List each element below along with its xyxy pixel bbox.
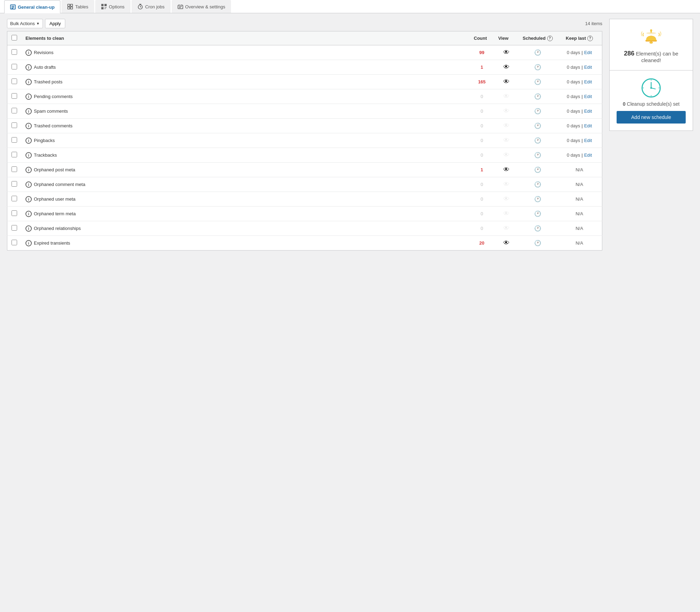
info-icon[interactable]: i bbox=[25, 167, 32, 173]
scheduled-cell: 🕐 bbox=[519, 163, 557, 177]
eye-inactive-icon[interactable]: 👁 bbox=[503, 181, 509, 188]
edit-link[interactable]: Edit bbox=[584, 109, 592, 114]
eye-active-icon[interactable]: 👁 bbox=[503, 78, 509, 85]
svg-rect-13 bbox=[102, 8, 103, 9]
edit-link[interactable]: Edit bbox=[584, 50, 592, 55]
info-icon[interactable]: i bbox=[25, 211, 32, 217]
edit-link[interactable]: Edit bbox=[584, 138, 592, 143]
scheduled-cell: 🕐 bbox=[519, 221, 557, 236]
tab-general-cleanup[interactable]: General clean-up bbox=[4, 0, 60, 13]
element-name: i Expired transients bbox=[25, 240, 466, 246]
toolbar: Bulk Actions ▼ Apply 14 items bbox=[7, 19, 602, 28]
count-value: 0 bbox=[481, 152, 483, 158]
eye-inactive-icon[interactable]: 👁 bbox=[503, 93, 509, 100]
element-name-cell: i Expired transients bbox=[21, 236, 470, 251]
keep-last-help-icon[interactable]: ? bbox=[587, 36, 593, 41]
apply-button[interactable]: Apply bbox=[45, 19, 66, 28]
keep-last-cell: N/A bbox=[557, 177, 602, 192]
schedule-clock-icon: 🕐 bbox=[534, 167, 541, 173]
info-icon[interactable]: i bbox=[25, 64, 32, 70]
bulk-actions-label: Bulk Actions bbox=[10, 21, 35, 26]
keep-last-value: 0 days | Edit bbox=[561, 152, 598, 158]
eye-inactive-icon[interactable]: 👁 bbox=[503, 195, 509, 202]
count-value: 0 bbox=[481, 123, 483, 128]
count-value: 0 bbox=[481, 211, 483, 216]
view-cell: 👁 bbox=[494, 133, 519, 148]
row-checkbox[interactable] bbox=[12, 181, 17, 187]
row-checkbox[interactable] bbox=[12, 240, 17, 245]
info-icon[interactable]: i bbox=[25, 152, 32, 158]
row-checkbox[interactable] bbox=[12, 49, 17, 55]
schedule-clock-icon: 🕐 bbox=[534, 240, 541, 246]
row-checkbox[interactable] bbox=[12, 64, 17, 69]
bulk-actions-dropdown[interactable]: Bulk Actions ▼ bbox=[7, 19, 43, 28]
edit-link[interactable]: Edit bbox=[584, 65, 592, 70]
scheduled-cell: 🕐 bbox=[519, 119, 557, 133]
schedule-clock-icon: 🕐 bbox=[534, 137, 541, 143]
svg-rect-6 bbox=[68, 7, 70, 9]
eye-active-icon[interactable]: 👁 bbox=[503, 239, 509, 246]
scheduled-cell: 🕐 bbox=[519, 133, 557, 148]
row-checkbox-cell bbox=[7, 75, 22, 89]
row-checkbox[interactable] bbox=[12, 152, 17, 157]
count-value: 165 bbox=[478, 79, 486, 84]
tab-cron-jobs[interactable]: Cron jobs bbox=[132, 0, 171, 13]
tab-options[interactable]: Options bbox=[95, 0, 131, 13]
element-label: Expired transients bbox=[34, 240, 70, 246]
eye-inactive-icon[interactable]: 👁 bbox=[503, 122, 509, 129]
eye-active-icon[interactable]: 👁 bbox=[503, 49, 509, 56]
select-all-checkbox[interactable] bbox=[12, 35, 17, 40]
eye-inactive-icon[interactable]: 👁 bbox=[503, 151, 509, 158]
schedule-clock-icon: 🕐 bbox=[534, 196, 541, 202]
schedule-clock-icon: 🕐 bbox=[534, 211, 541, 217]
count-value: 0 bbox=[481, 196, 483, 202]
row-checkbox[interactable] bbox=[12, 225, 17, 231]
info-icon[interactable]: i bbox=[25, 137, 32, 144]
row-checkbox[interactable] bbox=[12, 196, 17, 201]
info-icon[interactable]: i bbox=[25, 50, 32, 56]
svg-rect-18 bbox=[105, 7, 105, 8]
schedule-clock-icon: 🕐 bbox=[534, 123, 541, 129]
count-value: 20 bbox=[479, 240, 484, 246]
info-icon[interactable]: i bbox=[25, 94, 32, 100]
row-checkbox[interactable] bbox=[12, 166, 17, 172]
info-icon[interactable]: i bbox=[25, 196, 32, 202]
eye-active-icon[interactable]: 👁 bbox=[503, 166, 509, 173]
tab-cron-jobs-label: Cron jobs bbox=[145, 4, 165, 9]
edit-link[interactable]: Edit bbox=[584, 94, 592, 99]
svg-rect-19 bbox=[106, 7, 106, 8]
row-checkbox[interactable] bbox=[12, 137, 17, 143]
info-icon[interactable]: i bbox=[25, 225, 32, 232]
na-value: N/A bbox=[575, 167, 583, 172]
th-elements: Elements to clean bbox=[21, 31, 470, 45]
svg-rect-5 bbox=[70, 4, 73, 6]
count-cell: 0 bbox=[470, 207, 494, 221]
eye-active-icon[interactable]: 👁 bbox=[503, 64, 509, 70]
add-schedule-button[interactable]: Add new schedule bbox=[617, 111, 686, 124]
tab-tables[interactable]: Tables bbox=[61, 0, 94, 13]
edit-link[interactable]: Edit bbox=[584, 152, 592, 158]
edit-link[interactable]: Edit bbox=[584, 123, 592, 128]
row-checkbox[interactable] bbox=[12, 108, 17, 113]
info-icon[interactable]: i bbox=[25, 79, 32, 85]
row-checkbox[interactable] bbox=[12, 210, 17, 216]
info-icon[interactable]: i bbox=[25, 181, 32, 188]
view-cell: 👁 bbox=[494, 221, 519, 236]
info-icon[interactable]: i bbox=[25, 240, 32, 246]
svg-rect-11 bbox=[102, 5, 103, 6]
main-content: Bulk Actions ▼ Apply 14 items Elements t… bbox=[0, 13, 700, 256]
row-checkbox[interactable] bbox=[12, 93, 17, 99]
keep-last-value: 0 days | Edit bbox=[561, 138, 598, 143]
scheduled-help-icon[interactable]: ? bbox=[547, 36, 553, 41]
info-icon[interactable]: i bbox=[25, 123, 32, 129]
eye-inactive-icon[interactable]: 👁 bbox=[503, 225, 509, 232]
tab-overview-settings[interactable]: Overview & settings bbox=[172, 0, 231, 13]
eye-inactive-icon[interactable]: 👁 bbox=[503, 210, 509, 217]
edit-link[interactable]: Edit bbox=[584, 79, 592, 84]
eye-inactive-icon[interactable]: 👁 bbox=[503, 107, 509, 114]
tab-overview-settings-label: Overview & settings bbox=[185, 4, 225, 9]
row-checkbox[interactable] bbox=[12, 79, 17, 84]
info-icon[interactable]: i bbox=[25, 108, 32, 114]
row-checkbox[interactable] bbox=[12, 122, 17, 128]
eye-inactive-icon[interactable]: 👁 bbox=[503, 137, 509, 144]
